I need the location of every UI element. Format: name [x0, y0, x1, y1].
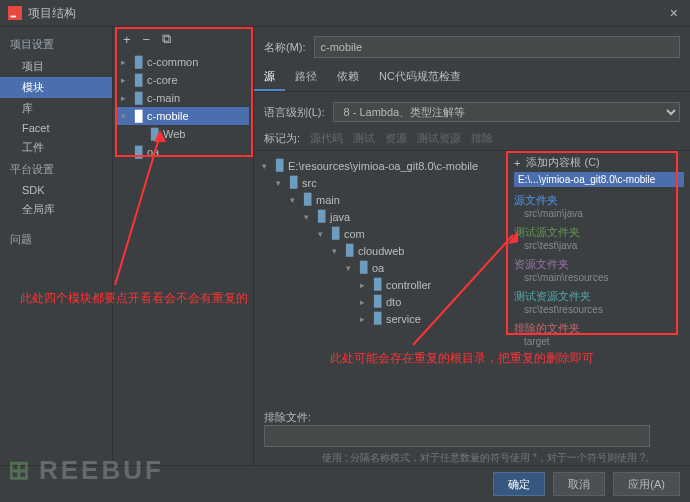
- content-root-section: 测试源文件夹src\test\java: [514, 225, 684, 251]
- section-title: 测试源文件夹: [514, 225, 684, 240]
- content-root-section: 资源文件夹src\main\resources: [514, 257, 684, 283]
- sidebar-item-libraries[interactable]: 库: [0, 98, 112, 119]
- folder-icon: ▉: [346, 244, 354, 257]
- section-path[interactable]: src\test\resources: [514, 304, 684, 315]
- source-tree-item[interactable]: ▸▉service: [258, 310, 504, 327]
- add-module-button[interactable]: +: [123, 32, 131, 47]
- tab-nc-check[interactable]: NC代码规范检查: [369, 65, 471, 91]
- module-tree-item[interactable]: ▸▉c-main: [117, 89, 249, 107]
- folder-icon: ▉: [290, 176, 298, 189]
- apply-button[interactable]: 应用(A): [613, 472, 680, 496]
- copy-module-button[interactable]: ⧉: [162, 31, 171, 47]
- source-tree-item[interactable]: ▾▉java: [258, 208, 504, 225]
- exclude-files-label: 排除文件:: [264, 411, 311, 423]
- content-roots-panel: + 添加内容根 (C) E:\...\yimioa-oa_git8.0\c-mo…: [508, 151, 690, 406]
- module-detail-panel: 名称(M): 源 路径 依赖 NC代码规范检查 语言级别(L): 8 - Lam…: [254, 27, 690, 465]
- sidebar-item-facet[interactable]: Facet: [0, 119, 112, 137]
- plus-icon: +: [514, 157, 520, 169]
- svg-rect-1: [11, 16, 16, 18]
- mark-test-resources-button[interactable]: 测试资源: [417, 131, 461, 146]
- content-root-section: 源文件夹src\main\java: [514, 193, 684, 219]
- mark-as-label: 标记为:: [264, 131, 300, 146]
- mark-tests-button[interactable]: 测试: [353, 131, 375, 146]
- module-tree-item[interactable]: ▉oa: [117, 143, 249, 161]
- titlebar: 项目结构 ×: [0, 0, 690, 27]
- content-root-section: 测试资源文件夹src\test\resources: [514, 289, 684, 315]
- source-tree-item[interactable]: ▾▉main: [258, 191, 504, 208]
- sidebar-item-globallib[interactable]: 全局库: [0, 199, 112, 220]
- module-toolbar: + − ⧉: [113, 27, 253, 51]
- folder-icon: ▉: [374, 295, 382, 308]
- sidebar-item-project[interactable]: 项目: [0, 56, 112, 77]
- lang-row: 语言级别(L): 8 - Lambda、类型注解等: [254, 92, 690, 126]
- tab-paths[interactable]: 路径: [285, 65, 327, 91]
- name-label: 名称(M):: [264, 40, 306, 55]
- settings-sidebar: 项目设置 项目 模块 库 Facet 工件 平台设置 SDK 全局库 问题: [0, 27, 113, 465]
- folder-icon: ▉: [135, 110, 143, 123]
- source-tree-item[interactable]: ▾▉src: [258, 174, 504, 191]
- module-tree-item[interactable]: ▸▉c-common: [117, 53, 249, 71]
- source-tree-item[interactable]: ▸▉dto: [258, 293, 504, 310]
- section-path[interactable]: src\main\resources: [514, 272, 684, 283]
- lang-level-label: 语言级别(L):: [264, 105, 325, 120]
- module-tabs: 源 路径 依赖 NC代码规范检查: [254, 65, 690, 92]
- sidebar-item-artifacts[interactable]: 工件: [0, 137, 112, 158]
- folder-icon: ▉: [135, 146, 143, 159]
- module-list-panel: + − ⧉ ▸▉c-common▸▉c-core▸▉c-main▾▉c-mobi…: [113, 27, 254, 465]
- source-tree-item[interactable]: ▾▉E:\resources\yimioa-oa_git8.0\c-mobile: [258, 157, 504, 174]
- folder-icon: ▉: [135, 74, 143, 87]
- content-root-path[interactable]: E:\...\yimioa-oa_git8.0\c-mobile: [514, 172, 684, 187]
- cancel-button[interactable]: 取消: [553, 472, 605, 496]
- section-title: 排除的文件夹: [514, 321, 684, 336]
- name-row: 名称(M):: [254, 27, 690, 61]
- module-tree[interactable]: ▸▉c-common▸▉c-core▸▉c-main▾▉c-mobile▉Web…: [113, 51, 253, 163]
- mark-as-bar: 标记为: 源代码 测试 资源 测试资源 排除: [254, 126, 690, 151]
- add-content-root-label: 添加内容根 (C): [526, 155, 599, 170]
- close-icon[interactable]: ×: [666, 5, 682, 21]
- dialog-footer: 确定 取消 应用(A): [0, 465, 690, 502]
- section-title: 资源文件夹: [514, 257, 684, 272]
- window-title: 项目结构: [28, 5, 666, 22]
- folder-icon: ▉: [151, 128, 159, 141]
- folder-icon: ▉: [304, 193, 312, 206]
- sidebar-group-project: 项目设置: [0, 33, 112, 56]
- exclude-files-row: 排除文件:: [254, 406, 690, 451]
- section-path[interactable]: src\test\java: [514, 240, 684, 251]
- ok-button[interactable]: 确定: [493, 472, 545, 496]
- sidebar-item-problems[interactable]: 问题: [0, 228, 112, 251]
- section-title: 测试资源文件夹: [514, 289, 684, 304]
- sidebar-item-sdk[interactable]: SDK: [0, 181, 112, 199]
- lang-level-select[interactable]: 8 - Lambda、类型注解等: [333, 102, 681, 122]
- tab-dependencies[interactable]: 依赖: [327, 65, 369, 91]
- sources-content: ▾▉E:\resources\yimioa-oa_git8.0\c-mobile…: [254, 151, 690, 406]
- source-tree-item[interactable]: ▾▉cloudweb: [258, 242, 504, 259]
- folder-icon: ▉: [135, 56, 143, 69]
- dialog-body: 项目设置 项目 模块 库 Facet 工件 平台设置 SDK 全局库 问题 + …: [0, 27, 690, 465]
- add-content-root[interactable]: + 添加内容根 (C): [514, 155, 684, 170]
- folder-icon: ▉: [360, 261, 368, 274]
- section-path[interactable]: src\main\java: [514, 208, 684, 219]
- module-tree-item[interactable]: ▸▉c-core: [117, 71, 249, 89]
- mark-sources-button[interactable]: 源代码: [310, 131, 343, 146]
- section-title: 源文件夹: [514, 193, 684, 208]
- svg-rect-0: [8, 6, 22, 20]
- source-tree-item[interactable]: ▸▉controller: [258, 276, 504, 293]
- folder-icon: ▉: [135, 92, 143, 105]
- source-tree-item[interactable]: ▾▉oa: [258, 259, 504, 276]
- section-path[interactable]: target: [514, 336, 684, 347]
- source-tree-item[interactable]: ▾▉com: [258, 225, 504, 242]
- module-tree-item[interactable]: ▉Web: [117, 125, 249, 143]
- sidebar-item-modules[interactable]: 模块: [0, 77, 112, 98]
- module-tree-item[interactable]: ▾▉c-mobile: [117, 107, 249, 125]
- module-name-input[interactable]: [314, 36, 680, 58]
- folder-icon: ▉: [276, 159, 284, 172]
- mark-resources-button[interactable]: 资源: [385, 131, 407, 146]
- source-folder-tree[interactable]: ▾▉E:\resources\yimioa-oa_git8.0\c-mobile…: [254, 151, 508, 406]
- mark-excluded-button[interactable]: 排除: [471, 131, 493, 146]
- folder-icon: ▉: [374, 278, 382, 291]
- folder-icon: ▉: [318, 210, 326, 223]
- tab-sources[interactable]: 源: [254, 65, 285, 91]
- project-structure-dialog: 项目结构 × 项目设置 项目 模块 库 Facet 工件 平台设置 SDK 全局…: [0, 0, 690, 502]
- exclude-files-input[interactable]: [264, 425, 650, 447]
- remove-module-button[interactable]: −: [143, 32, 151, 47]
